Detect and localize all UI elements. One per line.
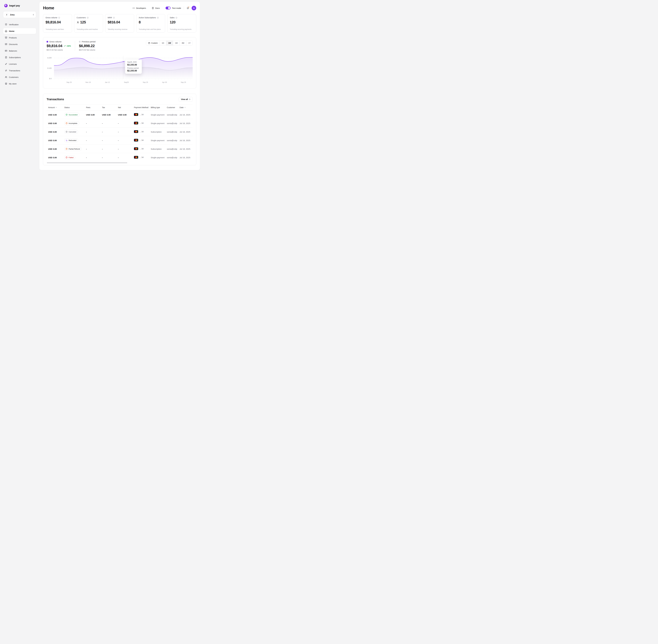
sidebar-item-home[interactable]: Home	[3, 28, 36, 34]
column-header-fees: Fees	[85, 105, 101, 111]
gross-volume-value: $9,816.04	[47, 44, 62, 48]
column-header-billing-type: Billing type	[149, 105, 165, 111]
sidebar-item-verification[interactable]: Verification	[3, 22, 36, 27]
developers-button[interactable]: Developers	[132, 7, 146, 9]
mastercard-icon	[134, 139, 138, 141]
transaction-row[interactable]: USD 3.00Incomplete---... 34Single-paymen…	[47, 119, 193, 128]
column-header-amount[interactable]: Amount	[47, 105, 63, 111]
sidebar-nav: VerificationHomeProductsDiscountsBalance…	[3, 22, 36, 87]
column-header-date[interactable]: Date	[178, 105, 193, 111]
toggle-switch[interactable]	[166, 6, 171, 9]
stat-card-mrr: MRR$816.04*Monthly recurring revenue	[105, 14, 134, 32]
sidebar-item-customers[interactable]: Customers	[3, 74, 36, 80]
x-tick: Jan 12	[105, 82, 110, 83]
chart-card: Gross volume $9,816.04 +80% $9172.92 Net…	[43, 37, 196, 88]
chevron-up-down-icon	[32, 14, 34, 16]
workspace-name: Zoey	[10, 14, 32, 16]
licenses-icon	[5, 63, 7, 65]
tooltip-previous-value: $2,193.00	[127, 69, 140, 72]
transaction-row[interactable]: USD 3.00Refunded---... 34Single-payments…	[47, 136, 193, 145]
workspace-avatar: Z	[5, 13, 8, 17]
notification-bell-icon[interactable]	[187, 7, 189, 9]
mastercard-icon	[134, 122, 138, 124]
payment-method: ... 34	[134, 130, 144, 133]
chart-plot[interactable]: Sep25, 2025 $3,193.00 Previous period $2…	[54, 55, 193, 80]
trend-badge: +80%	[64, 45, 71, 47]
range-custom-button[interactable]: Custom	[146, 41, 160, 45]
bagel-pay-logo-icon	[4, 4, 8, 8]
x-circle-icon	[66, 131, 68, 133]
sort-icon[interactable]	[184, 107, 186, 108]
legend-divider	[75, 41, 75, 51]
clock-icon	[66, 122, 68, 124]
sidebar-item-discounts[interactable]: Discounts	[3, 41, 36, 47]
calendar-icon	[148, 42, 150, 44]
transactions-title: Transactions	[47, 98, 64, 101]
docs-button[interactable]: Docs	[152, 7, 160, 9]
top-actions: Developers Docs Test mode	[132, 6, 196, 10]
range-1m-button[interactable]: 1M	[173, 41, 180, 45]
stat-note: *Including taxes and fees	[46, 28, 69, 30]
stat-value: $9,816.04	[46, 20, 69, 24]
info-icon[interactable]	[87, 17, 89, 19]
person-icon	[76, 21, 79, 24]
stat-card-sales: Sales120*Including recurring payments	[167, 14, 196, 32]
workspace-selector[interactable]: Z Zoey	[3, 11, 36, 18]
transaction-row[interactable]: USD 3.00Canceled---... 34Subscriptionson…	[47, 128, 193, 136]
chevron-right-icon	[189, 98, 191, 100]
x-tick: Apr 30	[162, 82, 167, 83]
stat-value: 125	[76, 20, 101, 24]
sidebar-item-products[interactable]: Products	[3, 35, 36, 41]
transactions-table: AmountStatusFeesTaxNetPayment MethodBill…	[47, 104, 193, 162]
view-all-button[interactable]: View all	[179, 97, 193, 102]
tooltip-date: Sep25, 2025	[127, 61, 140, 63]
range-1y-button[interactable]: 1Y	[187, 41, 193, 45]
user-avatar[interactable]: S	[192, 6, 196, 10]
range-1w-button[interactable]: 1W	[166, 41, 173, 45]
info-icon[interactable]	[157, 17, 159, 19]
transactions-card: Transactions View all AmountStatusFeesTa…	[43, 94, 196, 165]
chart-area[interactable]: $ 200$ 100$ 0	[47, 55, 193, 86]
shield-icon	[5, 23, 7, 26]
sort-icon[interactable]	[55, 107, 57, 108]
sidebar-item-transactions[interactable]: Transactions	[3, 68, 36, 73]
info-icon[interactable]	[175, 17, 177, 19]
scrollbar-thumb[interactable]	[47, 162, 127, 163]
sidebar-item-my-store[interactable]: My store	[3, 81, 36, 87]
home-icon	[5, 30, 7, 32]
chart-svg[interactable]	[54, 55, 193, 80]
column-header-tax: Tax	[101, 105, 116, 111]
sidebar-item-licenses[interactable]: Licenses	[3, 61, 36, 67]
stat-note: *Including trials and free plans	[139, 28, 163, 30]
sidebar-item-balances[interactable]: Balances	[3, 48, 36, 54]
range-1d-button[interactable]: 1D	[160, 41, 166, 45]
x-axis-labels: Sep 25Nov 19Jan 12Sep25Sep 25Apr 30Sep 2…	[54, 82, 193, 84]
legend-previous-period: Previous period $6,898.22 $6272.92 Net v…	[79, 41, 95, 51]
brand: bagel pay	[3, 4, 36, 8]
previous-period-swatch	[79, 41, 81, 43]
gross-volume-swatch	[47, 41, 48, 43]
info-icon[interactable]	[58, 17, 60, 19]
sidebar-item-subscriptions[interactable]: Subscriptions	[3, 54, 36, 60]
status-badge-incomplete: Incomplete	[64, 121, 79, 125]
app: bagel pay Z Zoey VerificationHomeProduct…	[0, 0, 202, 172]
payment-method: ... 34	[134, 122, 144, 124]
stat-note: *Monthly recurring revenue	[108, 28, 132, 30]
range-3m-button[interactable]: 3M	[180, 41, 186, 45]
transaction-row[interactable]: USD 3.00Failed---... 34Single-paymentson…	[47, 153, 193, 162]
notification-dot	[188, 6, 189, 7]
horizontal-scrollbar	[47, 162, 193, 163]
previous-period-value: $6,898.22	[79, 44, 95, 48]
transaction-row[interactable]: USD 3.00Partial Refund---... 34Subscript…	[47, 145, 193, 153]
status-badge-succeeded: Succeeded	[64, 113, 79, 117]
subscriptions-icon	[5, 56, 7, 59]
tooltip-value: $3,193.00	[127, 64, 140, 66]
x-tick: Sep 25	[66, 82, 72, 83]
table-scroll-container[interactable]: AmountStatusFeesTaxNetPayment MethodBill…	[47, 104, 193, 162]
stat-value: 8	[139, 20, 163, 24]
transaction-row[interactable]: USD 3.00SucceededUSD 3.00USD 3.00USD 3.0…	[47, 111, 193, 119]
test-mode-toggle[interactable]: Test mode	[166, 6, 181, 9]
mastercard-icon	[134, 156, 138, 159]
stat-note: *Including active and inactive	[76, 28, 101, 30]
info-icon[interactable]	[113, 17, 115, 19]
